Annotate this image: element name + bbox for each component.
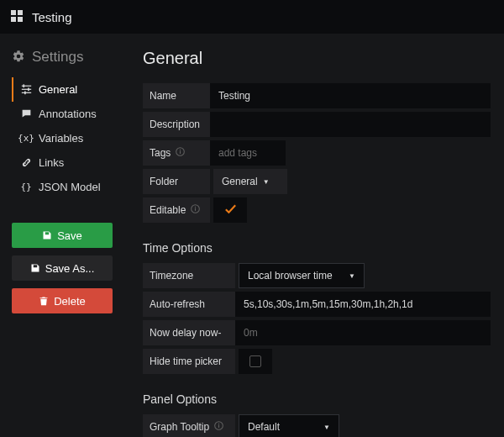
svg-rect-9 [24, 92, 26, 95]
autorefresh-input[interactable] [235, 292, 491, 317]
svg-rect-12 [180, 150, 181, 150]
info-icon[interactable] [176, 147, 185, 159]
comment-icon [20, 108, 32, 119]
hidepicker-label: Hide time picker [143, 349, 235, 374]
description-label: Description [143, 112, 210, 137]
apps-icon[interactable] [10, 9, 24, 25]
delete-button[interactable]: Delete [12, 288, 113, 313]
svg-rect-17 [218, 424, 219, 427]
sliders-icon [20, 84, 32, 95]
autorefresh-label: Auto-refresh [143, 292, 235, 317]
sidebar-item-label: Variables [39, 132, 83, 145]
folder-label: Folder [143, 169, 210, 194]
svg-rect-18 [218, 424, 219, 424]
svg-rect-6 [21, 92, 30, 93]
main-content: General Name Description Tags Folder Gen… [126, 34, 504, 437]
info-icon[interactable] [191, 204, 200, 216]
sidebar-item-variables[interactable]: {x} Variables [12, 126, 118, 150]
variables-icon: {x} [20, 133, 32, 144]
nowdelay-label: Now delay now- [143, 320, 235, 345]
svg-rect-11 [180, 150, 181, 153]
sidebar-item-label: Links [39, 156, 64, 169]
sidebar-item-json-model[interactable]: {} JSON Model [12, 175, 118, 199]
svg-rect-15 [195, 207, 196, 208]
name-input[interactable] [210, 83, 491, 108]
save-icon [42, 230, 52, 240]
settings-sidebar: Settings General Annotations {x} Variabl… [0, 34, 126, 437]
tags-input[interactable] [210, 140, 286, 166]
delete-button-label: Delete [54, 295, 86, 308]
panel-options-heading: Panel Options [143, 392, 491, 406]
svg-rect-3 [18, 17, 23, 22]
save-as-icon [30, 263, 40, 273]
sidebar-title: Settings [32, 49, 83, 66]
json-icon: {} [20, 182, 32, 192]
save-as-button[interactable]: Save As... [12, 255, 113, 281]
tooltip-label: Graph Tooltip [143, 414, 235, 437]
svg-rect-0 [11, 10, 16, 15]
timezone-label: Timezone [143, 263, 235, 288]
sidebar-item-general[interactable]: General [12, 77, 118, 102]
svg-rect-8 [28, 87, 29, 91]
page-title: General [143, 49, 491, 68]
dashboard-title[interactable]: Testing [32, 10, 72, 24]
tags-label: Tags [143, 140, 210, 166]
gear-icon [12, 50, 25, 66]
topbar: Testing [0, 0, 504, 34]
svg-rect-7 [23, 84, 24, 87]
svg-rect-2 [11, 17, 16, 22]
name-label: Name [143, 83, 210, 108]
save-as-button-label: Save As... [45, 262, 95, 275]
editable-checkbox[interactable] [213, 197, 247, 223]
timezone-select[interactable]: Local browser time ▼ [239, 263, 365, 288]
sidebar-item-label: Annotations [39, 108, 97, 120]
link-icon [20, 157, 32, 168]
tooltip-select[interactable]: Default ▼ [239, 414, 339, 437]
caret-down-icon: ▼ [263, 178, 270, 186]
checkbox-empty-icon [249, 355, 261, 367]
save-button[interactable]: Save [12, 223, 113, 248]
sidebar-heading: Settings [12, 49, 118, 66]
time-options-heading: Time Options [143, 241, 491, 255]
trash-icon [39, 296, 49, 306]
nowdelay-input[interactable] [235, 320, 491, 345]
description-input[interactable] [210, 112, 491, 137]
folder-select[interactable]: General ▼ [213, 169, 287, 194]
svg-rect-14 [195, 208, 196, 210]
caret-down-icon: ▼ [323, 424, 330, 431]
checkmark-icon [223, 202, 238, 218]
svg-rect-1 [18, 10, 23, 15]
info-icon[interactable] [214, 421, 223, 433]
sidebar-item-links[interactable]: Links [12, 150, 118, 175]
caret-down-icon: ▼ [349, 272, 355, 280]
sidebar-item-label: General [39, 83, 77, 96]
save-button-label: Save [57, 229, 82, 242]
sidebar-item-annotations[interactable]: Annotations [12, 102, 118, 126]
sidebar-item-label: JSON Model [39, 181, 101, 193]
hidepicker-checkbox[interactable] [239, 349, 272, 374]
svg-rect-5 [21, 89, 30, 90]
editable-label: Editable [143, 197, 210, 223]
